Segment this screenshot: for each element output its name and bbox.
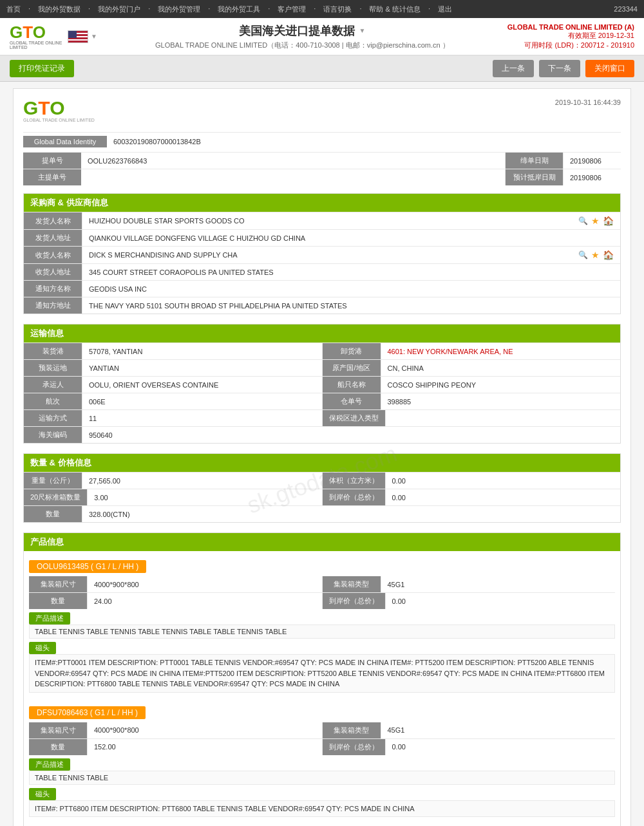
nav-home[interactable]: 首页	[6, 5, 21, 14]
product1-price-label: 到岸价（总价）	[323, 739, 385, 755]
insurance-col: 保税区进入类型	[322, 410, 621, 426]
flag-section[interactable]: ▼	[68, 30, 97, 43]
consignee-addr-label: 收货人地址	[24, 264, 82, 280]
shipper-name-label: 发货人名称	[24, 212, 82, 229]
loading-place-col: 预装运地 YANTIAN	[24, 360, 322, 376]
container20-row: 20尺标准箱数量 3.00 到岸价（总价） 0.00	[24, 489, 620, 505]
buyer-supplier-header: 采购商 & 供应商信息	[24, 194, 620, 212]
voyage-value: 006E	[82, 393, 322, 409]
unloading-port-label: 卸货港	[323, 343, 381, 359]
notify-addr-row: 通知方地址 THE NAVY YARD 5101 SOUTH BROAD ST …	[24, 297, 620, 314]
product1-desc-value: TABLE TENNIS TABLE	[29, 771, 615, 785]
nav-sep: ·	[28, 5, 30, 14]
estimate-date-value: 20190806	[563, 169, 621, 185]
origin-value: CN, CHINA	[381, 360, 621, 376]
account-info: GLOBAL TRADE ONLINE LIMITED (A) 有效期至 201…	[507, 23, 634, 50]
home-icon-shipper[interactable]: 🏠	[603, 216, 614, 226]
container20-col: 20尺标准箱数量 3.00	[24, 489, 322, 505]
nav-logout[interactable]: 退出	[438, 5, 452, 14]
title-dropdown-arrow[interactable]: ▼	[359, 27, 365, 34]
product-item-1: DFSU7086463 ( G1 / L / HH ) 集装箱尺寸 4000*9…	[29, 702, 615, 818]
product0-marks-section: 磁头 ITEM#:PTT0001 ITEM DESCRIPTION: PTT00…	[29, 642, 615, 693]
container-no-badge-0: OOLU9613485 ( G1 / L / HH )	[29, 560, 146, 573]
product1-price-col: 到岸价（总价） 0.00	[322, 739, 616, 755]
warehouse-col: 仓单号 398885	[322, 393, 621, 409]
origin-col: 原产国/地区 CN, CHINA	[322, 360, 621, 376]
shipper-addr-value: QIANKOU VILLAGE DONGFENG VILLAGE C HUIZH…	[82, 230, 620, 246]
title-text: 美国海关进口提单数据	[239, 23, 355, 39]
gdi-label: Global Data Identity	[23, 136, 107, 147]
consignee-addr-value: 345 COURT STREET CORAOPOLIS PA UNITED ST…	[82, 264, 620, 280]
transport-header: 运输信息	[24, 324, 620, 343]
nav-help[interactable]: 帮助 & 统计信息	[369, 5, 420, 14]
shipper-icons: 🔍 ★ 🏠	[578, 216, 614, 226]
print-button[interactable]: 打印凭证记录	[10, 60, 74, 77]
product0-price-col: 到岸价（总价） 0.00	[322, 593, 616, 609]
nav-sep4: ·	[208, 5, 210, 14]
main-bill-row: 主提单号 预计抵岸日期 20190806	[23, 169, 621, 185]
carrier-row: 承运人 OOLU, ORIENT OVERSEAS CONTAINE 船只名称 …	[24, 376, 620, 393]
quantity-row: 数量 328.00(CTN)	[24, 505, 620, 522]
toolbar-nav: 上一条 下一条 关闭窗口	[493, 60, 634, 77]
product0-marks-label: 磁头	[29, 642, 56, 654]
logo-subtitle: GLOBAL TRADE ONLINE LIMITED	[10, 41, 68, 50]
nav-crm[interactable]: 客户管理	[278, 5, 306, 14]
product0-price-value: 0.00	[385, 593, 616, 609]
nav-my-data[interactable]: 我的外贸数据	[38, 5, 80, 14]
volume-label: 体积（立方米）	[323, 473, 385, 489]
bill-no-label: 提单号	[23, 153, 81, 169]
search-icon-shipper[interactable]: 🔍	[578, 216, 588, 225]
nav-sep7: ·	[359, 5, 361, 14]
nav-sep3: ·	[148, 5, 150, 14]
product0-marks-value: ITEM#:PTT0001 ITEM DESCRIPTION: PTT0001 …	[29, 654, 615, 693]
star-icon-consignee[interactable]: ★	[591, 250, 600, 260]
unit-price-value: 0.00	[385, 489, 621, 505]
next-button[interactable]: 下一条	[539, 60, 580, 77]
user-id: 223344	[614, 5, 638, 13]
transport-mode-row: 运输方式 11 保税区进入类型	[24, 409, 620, 426]
shipper-name-row: 发货人名称 HUIZHOU DOUBLE STAR SPORTS GOODS C…	[24, 212, 620, 229]
star-icon-shipper[interactable]: ★	[591, 216, 600, 226]
nav-sep5: ·	[268, 5, 270, 14]
products-header: 产品信息	[24, 533, 620, 551]
product1-marks-value: ITEM#: PTT6800 ITEM DESCRIPTION: PTT6800…	[29, 800, 615, 818]
home-icon-consignee[interactable]: 🏠	[603, 250, 614, 260]
main-bill-value	[81, 169, 505, 185]
product0-size-type-row: 集装箱尺寸 4000*900*800 集装箱类型 45G1	[29, 576, 615, 592]
insurance-label: 保税区进入类型	[323, 410, 385, 426]
weight-value: 27,565.00	[82, 473, 322, 489]
product-divider	[29, 696, 615, 702]
product0-desc-label: 产品描述	[29, 612, 70, 624]
nav-my-portal[interactable]: 我的外贸门户	[98, 5, 140, 14]
product1-type-label: 集装箱类型	[323, 722, 381, 738]
loading-port-value: 57078, YANTIAN	[82, 343, 322, 359]
container-no-badge-1: DFSU7086463 ( G1 / L / HH )	[29, 706, 146, 719]
vessel-col: 船只名称 COSCO SHIPPING PEONY	[322, 377, 621, 393]
products-section: 产品信息 OOLU9613485 ( G1 / L / HH ) 集装箱尺寸 4…	[23, 532, 621, 826]
voyage-label: 航次	[24, 393, 82, 409]
doc-timestamp: 2019-10-31 16:44:39	[555, 99, 621, 106]
date-label: 缔单日期	[505, 153, 563, 169]
insurance-value	[385, 410, 621, 426]
product1-qty-label: 数量	[29, 739, 87, 755]
search-icon-consignee[interactable]: 🔍	[578, 250, 588, 259]
gdi-value: 600320190807000013842B	[113, 138, 201, 145]
prev-button[interactable]: 上一条	[493, 60, 534, 77]
nav-sep2: ·	[88, 5, 90, 14]
nav-my-tools[interactable]: 我的外贸工具	[218, 5, 260, 14]
product1-qty-price-row: 数量 152.00 到岸价（总价） 0.00	[29, 738, 615, 755]
consignee-name-label: 收货人名称	[24, 247, 82, 263]
customs-row: 海关编码 950640	[24, 426, 620, 443]
product1-qty-value: 152.00	[87, 739, 322, 755]
logo-section: GTO GLOBAL TRADE ONLINE LIMITED ▼	[10, 22, 97, 51]
consignee-addr-row: 收货人地址 345 COURT STREET CORAOPOLIS PA UNI…	[24, 263, 620, 280]
nav-language[interactable]: 语言切换	[323, 5, 352, 14]
transport-mode-col: 运输方式 11	[24, 410, 322, 426]
close-button[interactable]: 关闭窗口	[585, 60, 634, 77]
product1-desc-section: 产品描述 TABLE TENNIS TABLE	[29, 758, 615, 785]
warehouse-label: 仓单号	[323, 393, 381, 409]
nav-my-management[interactable]: 我的外贸管理	[158, 5, 200, 14]
top-navigation: 首页 · 我的外贸数据 · 我的外贸门户 · 我的外贸管理 · 我的外贸工具 ·…	[0, 0, 644, 18]
header-center: 美国海关进口提单数据 ▼ GLOBAL TRADE ONLINE LIMITED…	[110, 23, 495, 50]
product1-type-value: 45G1	[381, 722, 616, 738]
